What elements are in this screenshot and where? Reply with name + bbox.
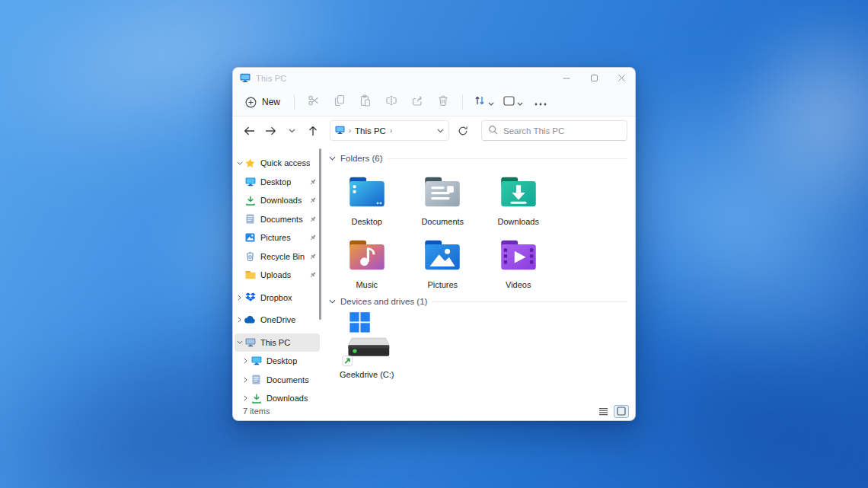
up-button[interactable] (304, 121, 322, 141)
sidebar-item-label: Quick access (260, 158, 310, 167)
refresh-button[interactable] (454, 121, 472, 141)
sidebar-item-uploads[interactable]: Uploads (235, 266, 320, 285)
cut-scissors-icon (308, 94, 320, 110)
desktop-monitor-icon (251, 356, 262, 365)
sidebar-item-quick-access[interactable]: Quick access (235, 154, 320, 173)
cut-button[interactable] (301, 92, 327, 112)
sidebar-item-label: This PC (260, 338, 290, 347)
drive-label: Geekdrive (C:) (340, 370, 394, 379)
toolbar-separator (294, 94, 295, 110)
sidebar-scrollbar[interactable] (319, 148, 321, 320)
sidebar-item-pictures[interactable]: Pictures (235, 228, 320, 247)
folder-desktop-blue-icon (346, 171, 388, 213)
folder-tile-desktop[interactable]: Desktop (329, 166, 405, 229)
drive-tile-geekdrive[interactable]: Geekdrive (C:) (329, 309, 405, 379)
see-more-button[interactable] (528, 92, 554, 112)
address-dropdown-chevron-icon[interactable] (437, 129, 444, 133)
download-arrow-icon (244, 196, 256, 206)
drives-group-header[interactable]: Devices and drives (1) (329, 297, 630, 306)
sort-button[interactable] (469, 92, 499, 112)
desktop-monitor-icon (244, 177, 256, 187)
folder-tile-music[interactable]: Music (329, 229, 405, 292)
sidebar-item-label: Desktop (266, 356, 297, 365)
large-thumbnails-view-button[interactable] (614, 405, 629, 418)
sidebar-item-label: Pictures (260, 233, 291, 242)
share-icon (411, 94, 423, 110)
folders-group-header[interactable]: Folders (6) (329, 154, 630, 163)
breadcrumb-this-pc[interactable]: This PC (355, 126, 386, 136)
chevron-down-icon[interactable] (235, 161, 244, 165)
maximize-button[interactable] (580, 68, 608, 88)
copy-button[interactable] (327, 92, 353, 112)
chevron-right-icon[interactable] (241, 377, 251, 383)
rename-icon (385, 94, 397, 110)
chevron-down-icon[interactable] (329, 156, 336, 161)
arrow-right-icon (265, 126, 276, 136)
address-bar[interactable]: › This PC › (330, 120, 450, 141)
wallpaper-bloom-shape (605, 0, 868, 340)
forward-button[interactable] (262, 121, 280, 141)
minimize-button[interactable] (553, 68, 580, 88)
chevron-down-icon (488, 95, 494, 109)
recent-locations-button[interactable] (282, 121, 301, 141)
this-pc-monitor-icon (244, 338, 256, 347)
sidebar-item-label: Documents (266, 375, 309, 384)
folder-tile-documents[interactable]: Documents (405, 166, 481, 229)
rename-button[interactable] (378, 92, 404, 112)
drives-grid: Geekdrive (C:) (329, 309, 630, 379)
view-button[interactable] (499, 92, 528, 112)
folder-tile-downloads[interactable]: Downloads (480, 166, 557, 229)
navigation-bar: › This PC › (233, 116, 635, 145)
view-layout-icon (503, 95, 515, 109)
breadcrumb-separator: › (349, 126, 351, 135)
new-button[interactable]: New (239, 93, 288, 112)
pin-icon (309, 253, 317, 260)
picture-image-icon (244, 233, 256, 242)
sidebar-item-this-pc-desktop[interactable]: Desktop (235, 352, 320, 371)
search-box[interactable] (481, 120, 627, 141)
toolbar-separator (462, 94, 463, 110)
document-page-icon (244, 214, 256, 224)
star-icon (244, 158, 256, 168)
windows-hard-drive-icon (342, 311, 392, 368)
pin-icon (309, 215, 317, 223)
delete-button[interactable] (430, 92, 456, 112)
chevron-right-icon[interactable] (241, 358, 251, 364)
sidebar-item-label: Recycle Bin (260, 252, 305, 261)
sidebar-item-onedrive[interactable]: OneDrive (235, 311, 320, 330)
sidebar-item-this-pc-downloads[interactable]: Downloads (235, 389, 320, 403)
sidebar-item-label: Desktop (260, 177, 291, 187)
chevron-down-icon[interactable] (235, 340, 244, 344)
folder-pictures-blue-icon (421, 234, 464, 276)
close-button[interactable] (608, 68, 635, 88)
sidebar-item-dropbox[interactable]: Dropbox (235, 289, 320, 308)
search-input[interactable] (503, 126, 621, 136)
folder-documents-gray-icon (421, 171, 464, 213)
folder-label: Pictures (427, 280, 458, 289)
sidebar-item-this-pc[interactable]: This PC (235, 333, 320, 352)
chevron-right-icon[interactable] (235, 317, 244, 323)
desktop-wallpaper: This PC New (0, 0, 868, 488)
folder-tile-pictures[interactable]: Pictures (405, 229, 481, 292)
pin-icon (309, 271, 317, 279)
details-view-button[interactable] (595, 405, 611, 418)
sidebar-item-downloads[interactable]: Downloads (235, 191, 320, 210)
sidebar-item-this-pc-documents[interactable]: Documents (235, 371, 320, 390)
chevron-down-icon[interactable] (329, 299, 336, 304)
sidebar-item-documents[interactable]: Documents (235, 210, 320, 229)
folder-tile-videos[interactable]: Videos (480, 229, 557, 292)
back-button[interactable] (241, 121, 259, 141)
paste-button[interactable] (353, 92, 378, 112)
arrow-left-icon (244, 126, 255, 136)
sidebar-item-desktop[interactable]: Desktop (235, 173, 320, 192)
paste-clipboard-icon (359, 94, 372, 110)
pin-icon (309, 234, 317, 241)
sidebar-item-recycle-bin[interactable]: Recycle Bin (235, 247, 320, 266)
see-more-ellipsis-icon (535, 95, 547, 109)
title-bar[interactable]: This PC (233, 68, 635, 88)
window-title: This PC (256, 74, 287, 83)
chevron-right-icon[interactable] (241, 395, 251, 401)
chevron-right-icon[interactable] (235, 295, 244, 301)
sidebar-item-label: Downloads (260, 196, 302, 205)
share-button[interactable] (404, 92, 430, 112)
